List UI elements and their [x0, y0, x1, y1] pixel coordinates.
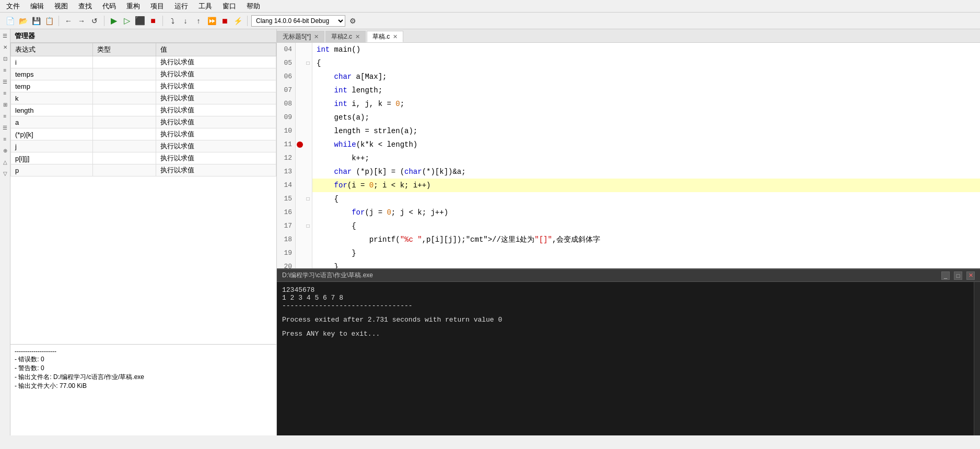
- tab----c[interactable]: 草稿.c✕: [367, 31, 403, 42]
- sidebar-icon-menu2[interactable]: ☰: [1, 77, 9, 86]
- continue-button[interactable]: ⏩: [206, 15, 217, 27]
- menu-item-项目[interactable]: 项目: [148, 1, 166, 11]
- breakpoint-area[interactable]: [296, 246, 304, 260]
- breakpoint-area[interactable]: [296, 70, 304, 84]
- breakpoint-area[interactable]: [296, 151, 304, 165]
- watch-cell-expr: p[i][j]: [11, 152, 93, 164]
- code-line: 11 while(k*k < length): [277, 138, 980, 151]
- menu-item-文件[interactable]: 文件: [4, 1, 22, 11]
- breakpoint-area[interactable]: [296, 179, 304, 192]
- code-editor[interactable]: 04int main()05□{06 char a[Max];07 int le…: [277, 43, 980, 268]
- fold-marker[interactable]: [304, 260, 312, 268]
- stop-debug-button[interactable]: ⏹: [219, 15, 230, 27]
- terminal-line: Press ANY key to exit...: [282, 330, 969, 338]
- fold-marker[interactable]: [304, 97, 312, 111]
- menu-item-视图[interactable]: 视图: [52, 1, 70, 11]
- step-into-button[interactable]: ↓: [180, 15, 191, 27]
- open-file-button[interactable]: 📂: [17, 15, 29, 27]
- tab----5---[interactable]: 无标题5[*]✕: [277, 31, 324, 42]
- redo-button[interactable]: →: [76, 15, 87, 27]
- terminal-close-button[interactable]: ✕: [966, 271, 975, 280]
- fold-marker[interactable]: [304, 111, 312, 124]
- breakpoint-area[interactable]: [296, 84, 304, 97]
- tab---2-c[interactable]: 草稿2.c✕: [325, 31, 366, 42]
- fold-marker[interactable]: □: [304, 192, 312, 206]
- sidebar-icon-list[interactable]: ≡: [1, 66, 9, 74]
- reload-button[interactable]: ↺: [89, 15, 100, 27]
- sidebar-icon-close[interactable]: ✕: [1, 43, 9, 51]
- debug-button[interactable]: ⬛: [134, 15, 146, 27]
- breakpoint-area[interactable]: [296, 56, 304, 70]
- code-line: 19 }: [277, 246, 980, 260]
- fold-marker[interactable]: [304, 138, 312, 151]
- sidebar-icon-menu3[interactable]: ☰: [1, 123, 9, 132]
- sep2: [104, 16, 104, 26]
- menu-item-帮助[interactable]: 帮助: [244, 1, 262, 11]
- menu-item-查找[interactable]: 查找: [76, 1, 94, 11]
- tab-close-icon[interactable]: ✕: [393, 33, 398, 40]
- code-line: 06 char a[Max];: [277, 70, 980, 84]
- sidebar-icon-up[interactable]: △: [1, 158, 9, 166]
- breakpoint-area[interactable]: [296, 43, 304, 56]
- undo-button[interactable]: ←: [63, 15, 74, 27]
- save-file-button[interactable]: 💾: [30, 15, 42, 27]
- tab-label: 草稿.c: [372, 32, 390, 41]
- fold-marker[interactable]: □: [304, 56, 312, 70]
- tab-close-icon[interactable]: ✕: [355, 33, 360, 40]
- sidebar-icon-list2[interactable]: ≡: [1, 89, 9, 97]
- watch-cell-type: [93, 68, 156, 80]
- watch-cell-expr: a: [11, 116, 93, 128]
- fold-marker[interactable]: [304, 43, 312, 56]
- step-over-button[interactable]: ⤵: [167, 15, 178, 27]
- menu-item-窗口[interactable]: 窗口: [220, 1, 238, 11]
- step-out-button[interactable]: ↑: [193, 15, 204, 27]
- compiler-settings-button[interactable]: ⚙: [347, 15, 358, 27]
- breakpoint-area[interactable]: [296, 124, 304, 138]
- menu-item-工具[interactable]: 工具: [196, 1, 214, 11]
- breakpoint-area[interactable]: [296, 233, 304, 246]
- fold-marker[interactable]: [304, 70, 312, 84]
- breakpoint-area[interactable]: [296, 192, 304, 206]
- breakpoint-area[interactable]: [296, 138, 304, 151]
- table-row: j执行以求值: [11, 140, 276, 152]
- breakpoint-area[interactable]: [296, 111, 304, 124]
- table-row: p[i][j]执行以求值: [11, 152, 276, 164]
- breakpoint-area[interactable]: [296, 165, 304, 179]
- fold-marker[interactable]: □: [304, 219, 312, 233]
- compiler-select[interactable]: Clang 14.0.0 64-bit DebugClang 14.0.0 64…: [251, 15, 345, 27]
- fold-marker[interactable]: [304, 233, 312, 246]
- fold-marker[interactable]: [304, 206, 312, 219]
- fold-marker[interactable]: [304, 151, 312, 165]
- sidebar-icon-grid[interactable]: ⊡: [1, 54, 9, 63]
- fold-marker[interactable]: [304, 124, 312, 138]
- run-button[interactable]: ▷: [121, 15, 133, 27]
- sidebar-icon-grid2[interactable]: ⊞: [1, 100, 9, 109]
- fold-marker[interactable]: [304, 179, 312, 192]
- fold-marker[interactable]: [304, 246, 312, 260]
- code-content: for(j = 0; j < k; j++): [312, 206, 980, 219]
- sidebar-icon-list4[interactable]: ≡: [1, 135, 9, 143]
- menu-item-编辑[interactable]: 编辑: [28, 1, 46, 11]
- sidebar-icon-watch[interactable]: ☰: [1, 31, 9, 40]
- breakpoint-area[interactable]: [296, 260, 304, 268]
- breakpoint-area[interactable]: [296, 206, 304, 219]
- fold-marker[interactable]: [304, 84, 312, 97]
- menu-item-运行[interactable]: 运行: [172, 1, 190, 11]
- tab-close-icon[interactable]: ✕: [314, 33, 319, 40]
- menu-item-重构[interactable]: 重构: [124, 1, 142, 11]
- terminal-maximize-button[interactable]: □: [954, 271, 962, 280]
- terminal-minimize-button[interactable]: _: [941, 271, 950, 280]
- sidebar-icon-add[interactable]: ⊕: [1, 146, 9, 155]
- breakpoint-area[interactable]: [296, 97, 304, 111]
- terminal-scrollbar[interactable]: [974, 282, 980, 435]
- stop-button[interactable]: ■: [147, 15, 159, 27]
- build-run-button[interactable]: ▶: [108, 15, 120, 27]
- menu-item-代码[interactable]: 代码: [100, 1, 118, 11]
- breakpoint-area[interactable]: [296, 219, 304, 233]
- new-file-button[interactable]: 📄: [4, 15, 16, 27]
- save-all-button[interactable]: 📋: [43, 15, 55, 27]
- sidebar-icon-down[interactable]: ▽: [1, 169, 9, 178]
- fold-marker[interactable]: [304, 165, 312, 179]
- sidebar-icon-list3[interactable]: ≡: [1, 112, 9, 120]
- breakpoint-button[interactable]: ⚡: [232, 15, 243, 27]
